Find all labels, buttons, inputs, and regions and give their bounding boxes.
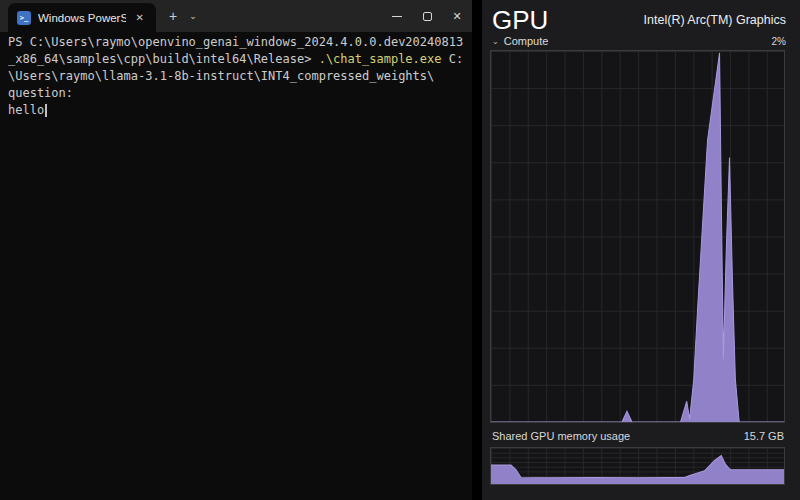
terminal-line: hello bbox=[8, 102, 464, 119]
terminal-window: >_ Windows PowerShell ✕ + ⌄ ✕ PS C:\User… bbox=[0, 0, 472, 500]
new-tab-button[interactable]: + bbox=[162, 0, 184, 32]
compute-value: 2% bbox=[772, 36, 786, 47]
page-title: GPU bbox=[492, 4, 548, 36]
memory-label: Shared GPU memory usage bbox=[492, 430, 630, 442]
shared-memory-area bbox=[491, 448, 784, 484]
tab-windows-powershell[interactable]: >_ Windows PowerShell ✕ bbox=[8, 3, 156, 32]
compute-usage-area bbox=[491, 51, 784, 422]
terminal-line: question: bbox=[8, 85, 464, 102]
terminal-titlebar: >_ Windows PowerShell ✕ + ⌄ ✕ bbox=[0, 0, 472, 32]
minimize-button[interactable] bbox=[382, 0, 412, 32]
compute-expander[interactable]: ⌄ Compute bbox=[492, 35, 548, 47]
chevron-down-icon: ⌄ bbox=[492, 37, 499, 46]
close-button[interactable]: ✕ bbox=[442, 0, 472, 32]
gpu-device-name: Intel(R) Arc(TM) Graphics bbox=[644, 13, 786, 27]
terminal-line: PS C:\Users\raymo\openvino_genai_windows… bbox=[8, 34, 464, 51]
tab-dropdown-button[interactable]: ⌄ bbox=[184, 0, 202, 32]
window-controls: ✕ bbox=[382, 0, 472, 32]
shared-memory-chart bbox=[490, 447, 785, 485]
terminal-line: \Users\raymo\llama-3.1-8b-instruct\INT4_… bbox=[8, 68, 464, 85]
terminal-line: _x86_64\samples\cpp\build\intel64\Releas… bbox=[8, 51, 464, 68]
maximize-icon bbox=[423, 12, 432, 21]
text-cursor bbox=[45, 104, 47, 117]
memory-header-row: Shared GPU memory usage 15.7 GB bbox=[492, 428, 784, 444]
memory-max-value: 15.7 GB bbox=[744, 430, 784, 442]
minimize-icon bbox=[392, 16, 402, 17]
maximize-button[interactable] bbox=[412, 0, 442, 32]
terminal-output[interactable]: PS C:\Users\raymo\openvino_genai_windows… bbox=[0, 32, 472, 121]
compute-usage-chart bbox=[490, 50, 785, 423]
powershell-icon: >_ bbox=[17, 11, 31, 25]
compute-label: Compute bbox=[504, 35, 549, 47]
compute-header-row: ⌄ Compute 2% bbox=[492, 34, 786, 48]
tab-close-icon[interactable]: ✕ bbox=[133, 10, 147, 25]
gpu-panel: GPU Intel(R) Arc(TM) Graphics ⌄ Compute … bbox=[482, 0, 800, 500]
tab-title: Windows PowerShell bbox=[38, 12, 126, 24]
